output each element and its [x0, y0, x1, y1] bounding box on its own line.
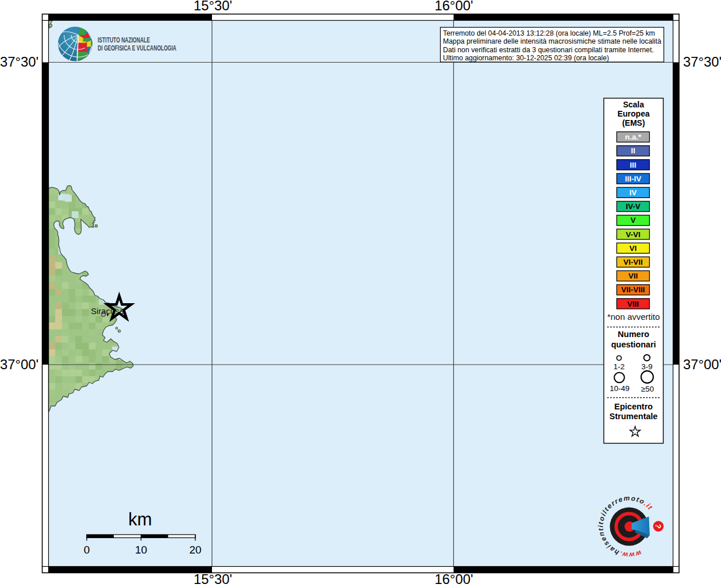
svg-text:15°30': 15°30': [194, 571, 232, 587]
svg-text:20: 20: [189, 544, 201, 556]
svg-text:Ultimo aggiornamento: 30-12-20: Ultimo aggiornamento: 30-12-2025 02:39 (…: [443, 54, 609, 62]
svg-text:3-9: 3-9: [641, 362, 653, 371]
svg-text:km: km: [128, 509, 152, 529]
svg-text:1-2: 1-2: [614, 362, 625, 371]
svg-text:37°00': 37°00': [683, 357, 721, 372]
svg-text:15°30': 15°30': [194, 0, 232, 13]
svg-text:VII-VIII: VII-VIII: [621, 285, 645, 294]
svg-text:VII: VII: [629, 272, 638, 280]
svg-text:Terremoto del 04-04-2013 13:12: Terremoto del 04-04-2013 13:12:28 (ora l…: [443, 29, 655, 37]
svg-text:III: III: [630, 161, 636, 169]
svg-text:37°30': 37°30': [683, 54, 721, 69]
svg-text:Dati non verificati estratti d: Dati non verificati estratti da 3 questi…: [443, 46, 654, 54]
svg-text:Mappa preliminare delle intens: Mappa preliminare delle intensità macros…: [443, 37, 661, 45]
svg-text:10: 10: [135, 544, 147, 556]
svg-text:V: V: [630, 216, 635, 225]
svg-text:Strumentale: Strumentale: [610, 412, 658, 421]
svg-text:Numero: Numero: [618, 330, 649, 339]
svg-text:IV: IV: [630, 188, 637, 197]
svg-text:10-49: 10-49: [610, 384, 630, 393]
svg-text:37°30': 37°30': [0, 54, 38, 69]
svg-text:questionari: questionari: [611, 340, 656, 349]
svg-text:II: II: [631, 146, 635, 155]
svg-text:n.a.*: n.a.*: [625, 133, 642, 141]
svg-text:DI GEOFISICA E VULCANOLOGIA: DI GEOFISICA E VULCANOLOGIA: [98, 44, 176, 52]
svg-text:≥50: ≥50: [641, 385, 654, 393]
svg-text:0: 0: [84, 544, 90, 556]
svg-text:VIII: VIII: [627, 300, 639, 308]
svg-text:V-VI: V-VI: [626, 230, 641, 239]
svg-text:VI-VII: VI-VII: [623, 258, 643, 266]
svg-text:16°00': 16°00': [435, 0, 473, 13]
svg-text:Scala: Scala: [623, 100, 644, 109]
svg-text:37°00': 37°00': [0, 357, 38, 372]
svg-text:ISTITUTO NAZIONALE: ISTITUTO NAZIONALE: [98, 36, 150, 44]
svg-text:Epicentro: Epicentro: [614, 402, 653, 411]
svg-text:IV-V: IV-V: [626, 202, 641, 211]
svg-text:*non avvertito: *non avvertito: [607, 312, 660, 322]
svg-text:III-IV: III-IV: [625, 175, 642, 183]
svg-text:16°00': 16°00': [435, 571, 473, 587]
svg-text:(EMS): (EMS): [622, 118, 645, 127]
svg-text:VI: VI: [630, 244, 637, 253]
svg-text:Europea: Europea: [618, 109, 650, 118]
